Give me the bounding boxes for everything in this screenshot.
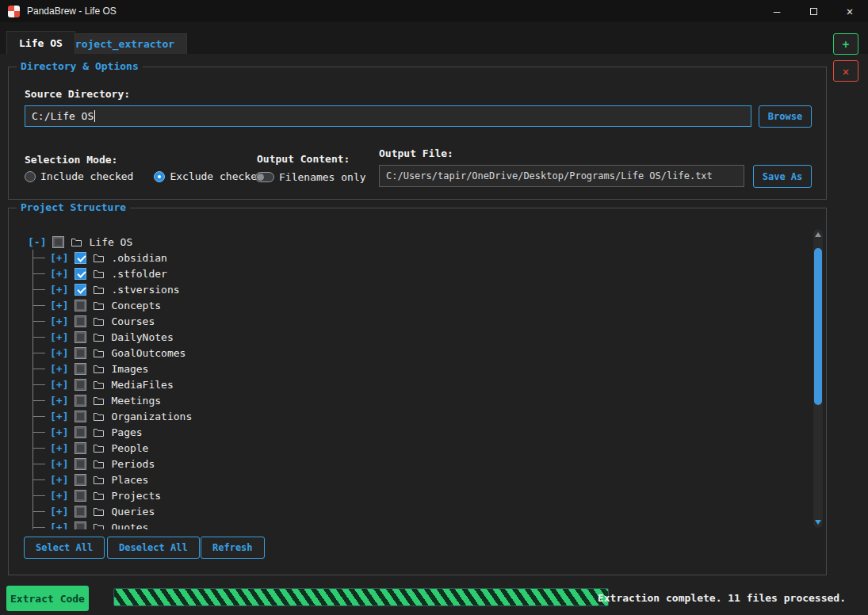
add-tab-button[interactable]: + — [833, 33, 858, 55]
tree-connector-line — [28, 487, 48, 503]
tree-expander[interactable]: [+] — [50, 363, 68, 375]
tree-connector-line — [28, 519, 48, 529]
tree-checkbox[interactable] — [75, 315, 86, 327]
tree-expander[interactable]: [+] — [50, 347, 68, 359]
tree-row[interactable]: [+] .stversions — [17, 281, 816, 297]
tree-row[interactable]: [+] Places — [17, 472, 816, 487]
tree-row[interactable]: [+] GoalOutcomes — [17, 345, 816, 361]
tree-expander[interactable]: [+] — [50, 442, 68, 454]
exclude-checked-radio[interactable] — [154, 171, 165, 182]
tree-row[interactable]: [+] MediaFiles — [17, 376, 816, 392]
minimize-button[interactable]: – — [759, 0, 795, 22]
tree-expander[interactable]: [+] — [50, 474, 68, 486]
tree-connector-line — [28, 345, 48, 361]
tree-checkbox[interactable] — [75, 363, 86, 375]
include-checked-label: Include checked — [40, 170, 133, 182]
refresh-button[interactable]: Refresh — [201, 537, 265, 559]
close-tab-button[interactable]: ✕ — [833, 60, 858, 82]
browse-button[interactable]: Browse — [759, 105, 812, 128]
scroll-up-arrow[interactable] — [815, 232, 821, 237]
tree-row[interactable]: [+] Meetings — [17, 392, 816, 408]
deselect-all-button[interactable]: Deselect All — [107, 537, 200, 559]
tab-project-extractor[interactable]: project_extractor — [56, 33, 187, 54]
tree-checkbox[interactable] — [75, 442, 86, 454]
tree-row[interactable]: [+] People — [17, 440, 816, 456]
extract-code-button[interactable]: Extract Code — [6, 586, 89, 611]
output-file-value: C:/Users/tapir/OneDrive/Desktop/Programs… — [386, 170, 713, 181]
source-directory-input[interactable]: C:/Life OS — [25, 105, 751, 127]
tree-expander[interactable]: [+] — [50, 300, 68, 311]
tree-checkbox[interactable] — [75, 268, 86, 280]
tree-checkbox[interactable] — [75, 252, 86, 264]
tree-expander[interactable]: [+] — [50, 331, 68, 343]
tree-checkbox[interactable] — [75, 521, 86, 530]
filenames-only-toggle[interactable] — [255, 172, 274, 182]
tree-root-row[interactable]: [-] Life OS — [17, 234, 816, 250]
tree-row[interactable]: [+] Projects — [17, 487, 816, 503]
source-directory-value: C:/Life OS — [32, 110, 94, 122]
tree-checkbox[interactable] — [75, 300, 86, 311]
tree-checkbox[interactable] — [75, 458, 86, 470]
tree-row[interactable]: [+] Periods — [17, 456, 816, 472]
tree-scrollbar[interactable] — [813, 229, 823, 528]
tree-expander[interactable]: [-] — [28, 236, 46, 248]
tree-expander[interactable]: [+] — [50, 395, 68, 407]
tree-expander[interactable]: [+] — [50, 506, 68, 518]
tree-connector-line — [28, 424, 48, 440]
tree-item-label: .stfolder — [111, 268, 166, 280]
folder-icon — [93, 332, 105, 342]
folder-icon — [93, 269, 105, 279]
tree-checkbox[interactable] — [75, 379, 86, 391]
tree-row[interactable]: [+] Images — [17, 361, 816, 376]
tree-checkbox[interactable] — [75, 331, 86, 343]
scrollbar-thumb[interactable] — [814, 248, 822, 405]
tree-row[interactable]: [+] .obsidian — [17, 250, 816, 265]
tree-checkbox[interactable] — [75, 347, 86, 359]
tab-life-os[interactable]: Life OS — [6, 31, 75, 54]
scroll-down-arrow[interactable] — [815, 520, 821, 525]
tree-checkbox[interactable] — [75, 490, 86, 502]
save-as-button[interactable]: Save As — [753, 165, 812, 188]
progress-bar — [113, 588, 609, 606]
tree-expander[interactable]: [+] — [50, 490, 68, 502]
tree-row[interactable]: [+] .stfolder — [17, 265, 816, 281]
tree-row[interactable]: [+] Organizations — [17, 408, 816, 424]
tree-item-label: DailyNotes — [111, 331, 173, 343]
tree-row[interactable]: [+] Pages — [17, 424, 816, 440]
tree-expander[interactable]: [+] — [50, 268, 68, 280]
tree-checkbox[interactable] — [75, 411, 86, 422]
tree-row[interactable]: [+] DailyNotes — [17, 329, 816, 345]
tree-expander[interactable]: [+] — [50, 411, 68, 422]
include-checked-radio[interactable] — [25, 171, 36, 182]
tree-connector-line — [28, 472, 48, 487]
tree-row[interactable]: [+] Courses — [17, 313, 816, 329]
tree-checkbox[interactable] — [52, 236, 64, 248]
output-content-label: Output Content: — [257, 153, 350, 165]
tree-expander[interactable]: [+] — [50, 315, 68, 327]
tree-item-label: Periods — [111, 458, 155, 470]
tree-expander[interactable]: [+] — [50, 379, 68, 391]
tree-row[interactable]: [+] Queries — [17, 503, 816, 519]
tree-item-label: .stversions — [111, 284, 179, 296]
maximize-button[interactable] — [795, 0, 832, 22]
output-file-input[interactable]: C:/Users/tapir/OneDrive/Desktop/Programs… — [379, 165, 744, 187]
select-all-button[interactable]: Select All — [24, 537, 105, 559]
tree-checkbox[interactable] — [75, 506, 86, 518]
folder-icon — [93, 300, 105, 311]
tree-checkbox[interactable] — [75, 426, 86, 438]
tree-checkbox[interactable] — [75, 395, 86, 407]
tab-strip: Life OS project_extractor — [0, 22, 868, 54]
tree-expander[interactable]: [+] — [50, 252, 68, 264]
exclude-checked-label: Exclude checked — [170, 170, 262, 182]
tree-expander[interactable]: [+] — [50, 458, 68, 470]
tree-connector-line — [28, 250, 48, 265]
tree-checkbox[interactable] — [75, 284, 86, 296]
tree-expander[interactable]: [+] — [50, 521, 68, 530]
tree-row[interactable]: [+] Concepts — [17, 297, 816, 313]
tree-item-label: Life OS — [89, 236, 132, 248]
tree-expander[interactable]: [+] — [50, 426, 68, 438]
tree-checkbox[interactable] — [75, 474, 86, 486]
tree-expander[interactable]: [+] — [50, 284, 68, 296]
tree-row[interactable]: [+] Quotes — [17, 519, 816, 529]
close-button[interactable]: ✕ — [832, 0, 868, 22]
